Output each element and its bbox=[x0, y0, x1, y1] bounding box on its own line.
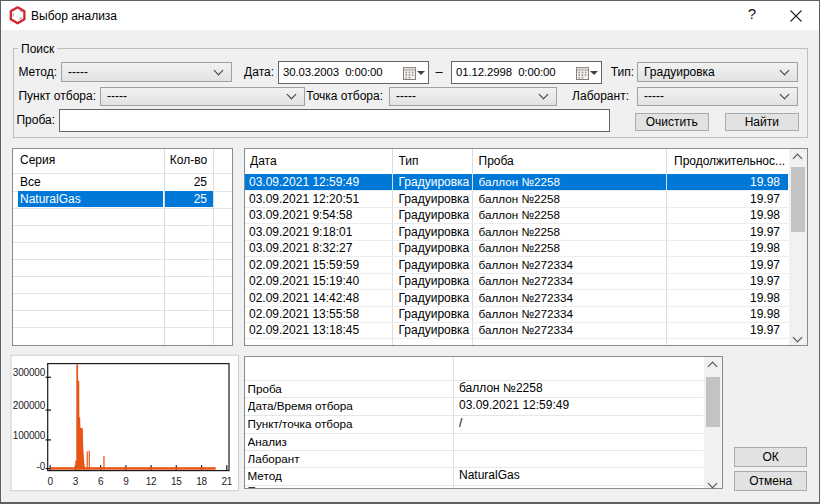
svg-text:21: 21 bbox=[221, 476, 232, 487]
svg-text:6: 6 bbox=[98, 476, 104, 487]
svg-text:15: 15 bbox=[171, 476, 182, 487]
svg-text:9: 9 bbox=[123, 476, 129, 487]
svg-text:3: 3 bbox=[73, 476, 79, 487]
svg-text:18: 18 bbox=[196, 476, 207, 487]
svg-text:100000: 100000 bbox=[13, 430, 46, 441]
svg-text:0: 0 bbox=[48, 476, 54, 487]
svg-text:-0: -0 bbox=[37, 461, 46, 472]
svg-text:12: 12 bbox=[146, 476, 157, 487]
svg-text:200000: 200000 bbox=[13, 400, 46, 411]
svg-text:300000: 300000 bbox=[13, 367, 46, 378]
